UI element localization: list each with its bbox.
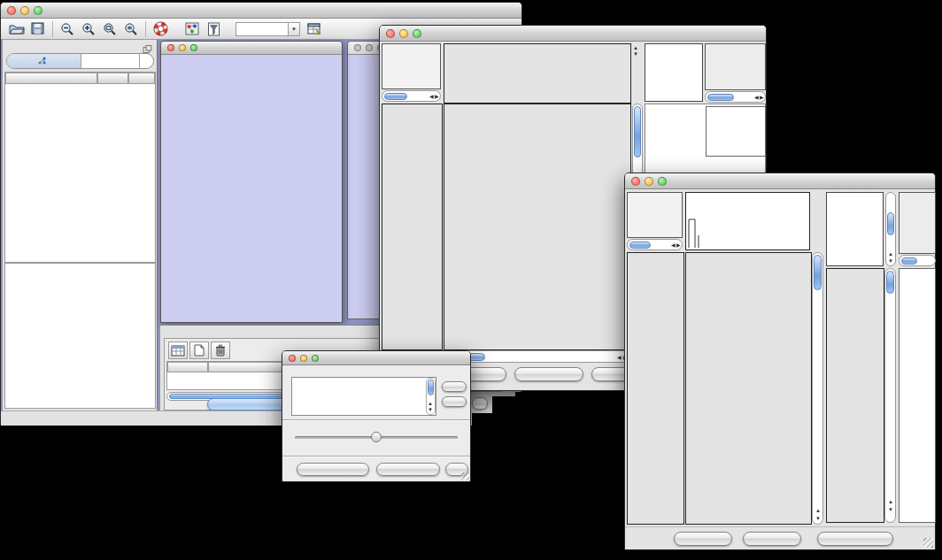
- network-window-1[interactable]: [160, 41, 343, 323]
- search-input[interactable]: [236, 22, 289, 36]
- tv2-column-labels: [826, 192, 884, 266]
- slider-thumb[interactable]: [371, 432, 382, 442]
- attribute-list: ▲▼: [291, 377, 436, 416]
- zoom-fit-icon[interactable]: [99, 20, 120, 38]
- attribute-browser-icon[interactable]: [304, 20, 325, 38]
- window-controls[interactable]: [631, 177, 667, 186]
- minimize-button[interactable]: [300, 355, 307, 362]
- window-controls[interactable]: [7, 6, 42, 15]
- close-button[interactable]: [7, 6, 16, 15]
- tv1-export-graphics-button[interactable]: [514, 367, 583, 381]
- move-up-button[interactable]: [442, 381, 467, 392]
- trash-icon: [215, 344, 226, 357]
- node-attribute-browser-button[interactable]: [207, 398, 293, 410]
- tv2-view-status: [627, 192, 683, 238]
- zoom-selected-icon[interactable]: [120, 20, 142, 38]
- tab-vizmapper[interactable]: [81, 54, 139, 68]
- tv2-heatmap[interactable]: [685, 252, 812, 525]
- tv2-settings-button[interactable]: [674, 532, 732, 546]
- tv2-usage-hscrollbar[interactable]: [899, 255, 936, 266]
- animate-vizmap-button[interactable]: [297, 463, 369, 476]
- tv1-column-dendrogram[interactable]: [444, 43, 631, 104]
- column-header-edges[interactable]: [128, 73, 155, 84]
- resize-grip[interactable]: [923, 538, 933, 548]
- zoom-button[interactable]: [413, 29, 421, 38]
- overview-pane: [4, 263, 156, 409]
- zoom-button[interactable]: [312, 355, 319, 362]
- dense-network-grid[interactable]: [353, 95, 381, 263]
- desktop-titlebar[interactable]: [1, 3, 521, 19]
- window-controls[interactable]: [167, 44, 197, 51]
- filter-icon[interactable]: [203, 20, 224, 38]
- window-controls[interactable]: [289, 355, 319, 362]
- tv1-heatmap[interactable]: [444, 104, 631, 350]
- new-document-icon: [194, 344, 205, 357]
- column-header-network[interactable]: [5, 73, 97, 84]
- tv2-gene-list: [899, 268, 936, 523]
- attribute-table-icon: [171, 345, 185, 357]
- id-column-header[interactable]: [167, 362, 208, 372]
- select-attributes-button[interactable]: [168, 341, 188, 359]
- zoom-button[interactable]: [34, 6, 42, 15]
- network-tab-icon: [38, 57, 46, 66]
- tv2-heatmap-vscrollbar[interactable]: [812, 252, 823, 525]
- vizmapper-icon[interactable]: [181, 20, 203, 38]
- treeview2-titlebar[interactable]: [625, 173, 935, 189]
- network-overview-thumbnail[interactable]: [7, 301, 153, 408]
- tv2-thumbnail-heatmap[interactable]: [826, 268, 884, 523]
- move-down-button[interactable]: [442, 396, 467, 407]
- minimize-button[interactable]: [399, 29, 408, 38]
- zoom-in-icon[interactable]: [78, 20, 99, 38]
- window-controls[interactable]: [386, 29, 421, 38]
- tv1-row-labels: [706, 106, 766, 157]
- save-icon[interactable]: [27, 20, 49, 38]
- minimize-button[interactable]: [645, 177, 653, 186]
- map-colors-dialog: ▲▼: [282, 350, 471, 482]
- create-vizmap-button[interactable]: [376, 463, 440, 476]
- delete-attribute-button[interactable]: [211, 341, 230, 359]
- treeview-window-2: ◀▶ ▲▼ ▲▼ ▲▼: [624, 173, 936, 550]
- help-lifesaver-icon[interactable]: [150, 20, 171, 38]
- tv2-thumbnail-vscrollbar[interactable]: [884, 268, 896, 523]
- network-graph-view[interactable]: [161, 55, 342, 322]
- new-attribute-button[interactable]: [189, 341, 209, 359]
- tv2-save-data-button[interactable]: [743, 532, 801, 546]
- tv1-column-labels: [645, 43, 703, 102]
- tv1-row-dendrogram[interactable]: [382, 104, 443, 350]
- tv1-usage-hints: [705, 43, 766, 90]
- resize-grip[interactable]: [461, 472, 469, 480]
- tv1-view-status: [382, 43, 441, 89]
- tv2-column-dendrogram[interactable]: [685, 192, 810, 250]
- open-file-icon[interactable]: [6, 20, 27, 38]
- tv2-usage-hints: [899, 192, 936, 254]
- desktop-background: { "desktop": { "title": "Cytoscape Deskt…: [0, 0, 942, 560]
- close-button[interactable]: [289, 355, 296, 362]
- tv1-correlation-matrix[interactable]: [649, 115, 691, 150]
- zoom-button[interactable]: [658, 177, 667, 186]
- close-button[interactable]: [386, 29, 395, 38]
- tv2-bottom-bar: [625, 526, 935, 549]
- treeview1-titlebar[interactable]: [380, 26, 766, 42]
- tab-overflow-arrow[interactable]: [139, 54, 153, 68]
- fragment-button[interactable]: [472, 397, 488, 410]
- zoom-out-icon[interactable]: [57, 20, 78, 38]
- dialog-titlebar[interactable]: [282, 351, 470, 365]
- column-header-nodes[interactable]: [97, 73, 128, 84]
- animation-speed-slider[interactable]: [295, 431, 458, 443]
- control-panel: [3, 40, 158, 410]
- tv2-export-graphics-button[interactable]: [817, 532, 893, 546]
- close-button[interactable]: [631, 177, 640, 186]
- panel-tabbar: [6, 53, 154, 69]
- tv2-row-dendrogram[interactable]: [627, 252, 684, 525]
- tv1-heatmap-hscrollbar[interactable]: [444, 350, 631, 363]
- tab-network[interactable]: [7, 54, 81, 68]
- search-dropdown-button[interactable]: ▼: [289, 22, 300, 36]
- network-window-1-titlebar[interactable]: [161, 42, 342, 55]
- hidden-window-fragment-2: [468, 395, 492, 413]
- minimize-button[interactable]: [20, 6, 29, 15]
- network-list: [4, 72, 156, 263]
